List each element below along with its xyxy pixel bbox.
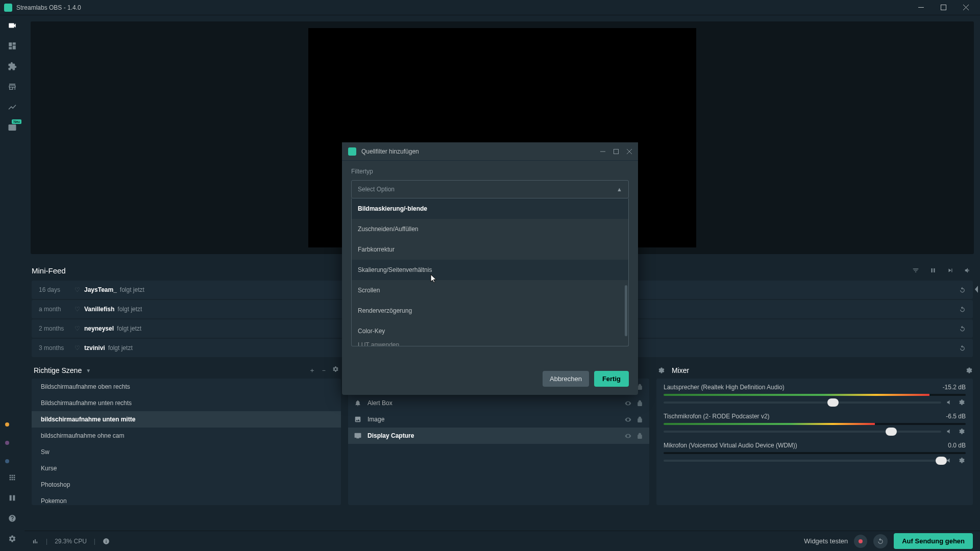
mixer-settings-gear-icon[interactable]	[959, 457, 966, 464]
slider-thumb[interactable]	[827, 398, 839, 407]
nav-apps-icon[interactable]	[7, 472, 17, 483]
nav-help-icon[interactable]	[7, 513, 17, 523]
mixer-settings-icon[interactable]	[966, 367, 973, 374]
nav-store-icon[interactable]	[7, 82, 17, 92]
mixer-advanced-icon[interactable]	[656, 365, 667, 375]
mixer-mute-icon[interactable]	[946, 399, 953, 406]
nav-multistream-icon[interactable]	[7, 493, 17, 503]
mixer-volume-slider[interactable]	[664, 402, 941, 404]
source-lock-icon[interactable]	[636, 433, 643, 439]
source-item[interactable]: Display Capture	[348, 428, 649, 444]
slider-thumb[interactable]	[886, 428, 897, 436]
dropdown-option[interactable]: Scrollen	[352, 280, 628, 300]
dropdown-option[interactable]: Bildmaskierung/-blende	[352, 198, 628, 219]
filtertype-select[interactable]: Select Option ▲	[351, 180, 629, 198]
feed-repeat-icon[interactable]	[959, 345, 966, 352]
mixer-db-value: -15.2 dB	[943, 384, 966, 391]
scene-item[interactable]: Sw	[32, 444, 341, 460]
nav-editor-icon[interactable]	[7, 20, 17, 31]
minifeed-filter-icon[interactable]	[911, 265, 921, 276]
mixer-settings-gear-icon[interactable]	[959, 428, 966, 435]
mixer-db-value: 0.0 dB	[948, 442, 966, 449]
dropdown-scrollbar[interactable]	[625, 285, 627, 336]
feed-repeat-icon[interactable]	[959, 306, 966, 313]
scene-item[interactable]: Photoshop	[32, 477, 341, 493]
stats-icon[interactable]	[32, 538, 39, 545]
scene-item[interactable]: Bildschirmaufnahme unten rechts	[32, 395, 341, 411]
mixer-mute-icon[interactable]	[946, 457, 953, 464]
scene-item[interactable]: Pokemon	[32, 493, 341, 505]
dropdown-option[interactable]: Renderverzögerung	[352, 300, 628, 321]
feed-username: tzvinivi	[84, 344, 105, 352]
feed-repeat-icon[interactable]	[959, 287, 966, 293]
chevron-up-icon: ▲	[617, 186, 622, 192]
source-lock-icon[interactable]	[636, 400, 643, 407]
dropdown-option[interactable]: Farbkorrektur	[352, 239, 628, 260]
window-maximize-button[interactable]	[933, 1, 953, 15]
source-item[interactable]: Image	[348, 411, 649, 428]
dropdown-option[interactable]: Color-Key	[352, 321, 628, 341]
nav-themes-icon[interactable]: Neu	[7, 122, 17, 133]
scene-collection-title: Richtige Szene	[34, 366, 82, 374]
window-minimize-button[interactable]	[911, 1, 931, 15]
go-live-button[interactable]: Auf Sendung gehen	[894, 533, 973, 549]
modal-minimize-button[interactable]	[600, 149, 605, 154]
mixer-volume-slider[interactable]	[664, 431, 941, 433]
minifeed-skip-icon[interactable]	[945, 265, 955, 276]
scene-item[interactable]: Bildschirmaufnahme oben rechts	[32, 379, 341, 395]
nav-plugin-icon[interactable]	[7, 61, 17, 71]
minifeed-pause-icon[interactable]	[928, 265, 938, 276]
scene-indicator-preview	[5, 441, 9, 445]
svg-rect-0	[941, 5, 946, 10]
dropdown-option[interactable]: Skalierung/Seitenverhältnis	[352, 260, 628, 280]
mixer-volume-slider[interactable]	[664, 460, 941, 462]
nav-settings-icon[interactable]	[7, 534, 17, 544]
mixer-settings-gear-icon[interactable]	[959, 399, 966, 406]
cancel-button[interactable]: Abbrechen	[543, 371, 589, 387]
source-visibility-icon[interactable]	[625, 433, 631, 439]
scene-settings-button[interactable]	[332, 366, 339, 375]
record-button[interactable]	[854, 535, 867, 548]
scene-item[interactable]: bildschirmaufnahme unten mitte	[32, 411, 341, 428]
mixer-title: Mixer	[672, 366, 966, 374]
info-icon[interactable]	[103, 538, 110, 545]
modal-maximize-button[interactable]	[614, 149, 619, 154]
nav-layers-icon[interactable]	[7, 41, 17, 51]
feed-username: neyneysel	[84, 325, 114, 332]
scene-item[interactable]: bildschirmaufnahme ohne cam	[32, 428, 341, 444]
scene-add-button[interactable]: ＋	[309, 366, 315, 375]
modal-app-icon	[348, 147, 356, 156]
scene-indicator-live	[5, 422, 9, 427]
heart-icon: ♡	[75, 344, 80, 352]
scene-item[interactable]: Kurse	[32, 460, 341, 477]
source-visibility-icon[interactable]	[625, 416, 631, 423]
mixer-channel-name: Tischmikrofon (2- RODE Podcaster v2)	[664, 413, 770, 420]
window-close-button[interactable]	[955, 1, 976, 15]
source-visibility-icon[interactable]	[625, 400, 631, 407]
replay-buffer-button[interactable]	[873, 534, 888, 548]
widgets-test-button[interactable]: Widgets testen	[804, 537, 848, 545]
scene-collection-dropdown[interactable]: Richtige Szene ▼	[34, 366, 309, 374]
svg-rect-1	[10, 495, 12, 501]
right-panel-toggle[interactable]	[974, 286, 979, 293]
source-lock-icon[interactable]	[636, 416, 643, 423]
window-titlebar: Streamlabs OBS - 1.4.0	[0, 0, 980, 15]
scenes-panel: Richtige Szene ▼ ＋ － Bildschirmaufnahme …	[32, 362, 341, 505]
minifeed-volume-icon[interactable]	[963, 265, 973, 276]
feed-time: 16 days	[39, 286, 75, 293]
done-button[interactable]: Fertig	[594, 371, 629, 387]
dropdown-option[interactable]: LUT anwenden	[352, 341, 628, 346]
source-item[interactable]: Alert Box	[348, 395, 649, 411]
slider-thumb[interactable]	[936, 457, 947, 465]
select-placeholder: Select Option	[358, 186, 395, 193]
record-dot-icon	[859, 539, 863, 543]
feed-username: JaysTeam_	[84, 286, 117, 293]
nav-analytics-icon[interactable]	[7, 102, 17, 112]
feed-time: a month	[39, 306, 75, 313]
scene-remove-button[interactable]: －	[321, 366, 327, 375]
modal-close-button[interactable]	[627, 149, 632, 154]
dropdown-option[interactable]: Zuschneiden/Auffüllen	[352, 219, 628, 239]
feed-repeat-icon[interactable]	[959, 325, 966, 332]
mixer-mute-icon[interactable]	[946, 428, 953, 435]
feed-time: 2 months	[39, 325, 75, 332]
